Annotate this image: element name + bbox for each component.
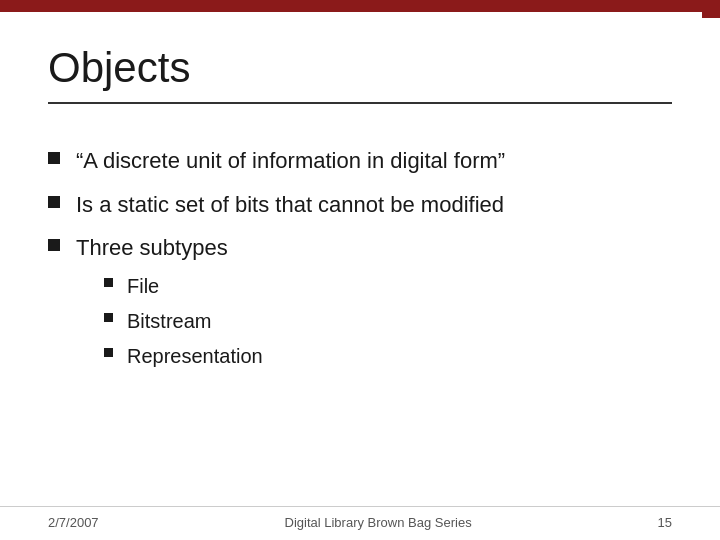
slide: Objects “A discrete unit of information … <box>0 0 720 540</box>
top-bar <box>0 0 720 12</box>
title-area: Objects <box>48 44 672 104</box>
bullet-item-1: “A discrete unit of information in digit… <box>48 146 672 176</box>
sub-text-representation: Representation <box>127 343 263 370</box>
sub-item-file: File <box>104 273 263 300</box>
sub-item-representation: Representation <box>104 343 263 370</box>
footer-center-text: Digital Library Brown Bag Series <box>285 515 472 530</box>
sub-square-representation <box>104 348 113 357</box>
footer-date: 2/7/2007 <box>48 515 99 530</box>
sub-square-file <box>104 278 113 287</box>
sub-square-bitstream <box>104 313 113 322</box>
sub-item-bitstream: Bitstream <box>104 308 263 335</box>
footer-page-number: 15 <box>658 515 672 530</box>
bullet-square-1 <box>48 152 60 164</box>
bullet-item-3: Three subtypes File Bitstream Represe <box>48 233 672 378</box>
bullet-item-3-content: Three subtypes File Bitstream Represe <box>76 233 263 378</box>
slide-content: Objects “A discrete unit of information … <box>0 12 720 506</box>
top-right-indicator <box>702 0 720 18</box>
slide-footer: 2/7/2007 Digital Library Brown Bag Serie… <box>0 506 720 540</box>
sub-text-file: File <box>127 273 159 300</box>
bullet-square-2 <box>48 196 60 208</box>
bullet-text-2: Is a static set of bits that cannot be m… <box>76 190 504 220</box>
bullet-square-3 <box>48 239 60 251</box>
sub-text-bitstream: Bitstream <box>127 308 211 335</box>
title-rule <box>48 102 672 104</box>
bullet-text-3: Three subtypes <box>76 235 228 260</box>
sub-list: File Bitstream Representation <box>104 273 263 370</box>
slide-title: Objects <box>48 44 672 92</box>
bullet-list: “A discrete unit of information in digit… <box>48 146 672 486</box>
bullet-text-1: “A discrete unit of information in digit… <box>76 146 505 176</box>
bullet-item-2: Is a static set of bits that cannot be m… <box>48 190 672 220</box>
